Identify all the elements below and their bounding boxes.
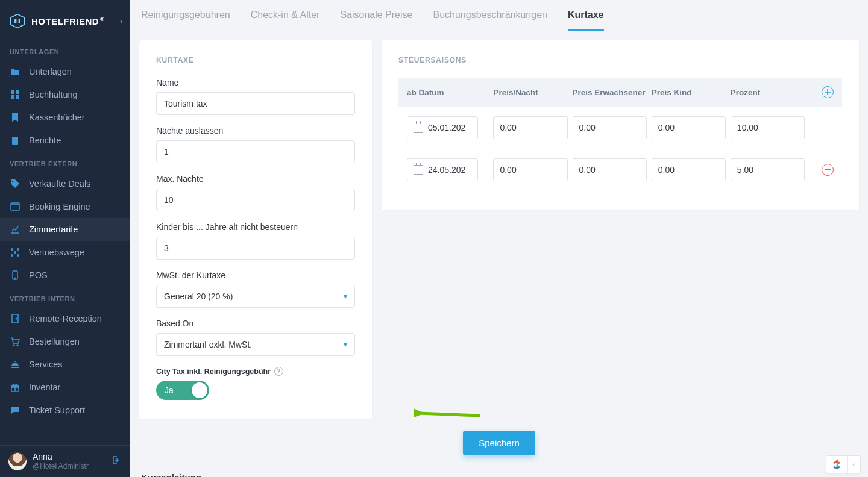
nav-section-title: UNTERLAGEN: [0, 40, 130, 60]
table-header-row: ab Datum Preis/Nacht Preis Erwachsener P…: [398, 78, 842, 107]
main-region: ReinigungsgebührenCheck-in & AlterSaison…: [130, 0, 868, 477]
sidebar-collapse-icon[interactable]: ‹‹: [120, 16, 121, 26]
sidebar-item-label: Kassenbücher: [29, 113, 85, 122]
sidebar-item-services[interactable]: Services: [0, 353, 130, 376]
input-percent[interactable]: [731, 158, 805, 181]
clipboard-icon: [10, 135, 20, 146]
sidebar-item-buchhaltung[interactable]: Buchhaltung: [0, 83, 130, 106]
svg-rect-2: [16, 90, 19, 94]
col-percent: Prozent: [731, 88, 805, 97]
svg-point-18: [13, 344, 14, 346]
table-row: 24.05.202: [398, 149, 842, 191]
widget-logo-icon: [826, 456, 847, 473]
sidebar-item-label: Services: [29, 360, 63, 369]
svg-marker-0: [11, 14, 25, 28]
help-icon[interactable]: ?: [274, 367, 283, 376]
widget-collapse-icon[interactable]: ‹: [847, 456, 860, 473]
svg-rect-4: [16, 95, 19, 99]
tab-reinigung[interactable]: Reinigungsgebühren: [141, 10, 230, 31]
browser-icon: [10, 201, 20, 212]
input-price-child[interactable]: [652, 116, 726, 139]
sidebar-item-remote-reception[interactable]: Remote-Reception: [0, 307, 130, 330]
sidebar-item-label: Ticket Support: [29, 405, 85, 415]
label-max-nights: Max. Nächte: [156, 174, 355, 184]
svg-point-10: [17, 248, 19, 251]
remove-row-icon[interactable]: [822, 164, 834, 176]
col-price-child: Preis Kind: [652, 88, 726, 97]
label-vat: MwSt. der Kurtaxe: [156, 270, 355, 280]
chat-icon: [10, 405, 20, 416]
user-block: Anna @Hotel Administr: [0, 445, 130, 478]
corner-widget: ‹: [826, 455, 861, 473]
sidebar-item-unterlagen[interactable]: Unterlagen: [0, 60, 130, 83]
input-price-adult[interactable]: [573, 116, 647, 139]
svg-point-19: [17, 344, 18, 346]
svg-rect-3: [11, 95, 14, 99]
tab-saison[interactable]: Saisonale Preise: [340, 10, 412, 31]
brand-logo-icon: [10, 13, 25, 29]
svg-rect-1: [11, 90, 14, 94]
col-date: ab Datum: [407, 88, 488, 97]
toggle-cleaning-fee[interactable]: Ja: [156, 381, 209, 400]
sidebar-item-zimmertarife[interactable]: Zimmertarife: [0, 218, 130, 241]
input-date[interactable]: 24.05.202: [407, 158, 478, 181]
sidebar-item-booking-engine[interactable]: Booking Engine: [0, 195, 130, 218]
toggle-knob: [192, 382, 207, 398]
nav-section-title: VERTRIEB INTERN: [0, 287, 130, 307]
input-price-child[interactable]: [652, 158, 726, 181]
input-max-nights[interactable]: [156, 189, 355, 211]
label-cleaning-fee: City Tax inkl. Reinigungsgebühr ?: [156, 367, 355, 376]
input-price-night[interactable]: [493, 158, 567, 181]
nodes-icon: [10, 247, 20, 258]
svg-point-15: [14, 278, 16, 279]
select-vat[interactable]: General 20 (20 %) ▾: [156, 285, 355, 308]
input-price-adult[interactable]: [573, 158, 647, 181]
sidebar-item-label: POS: [29, 270, 48, 280]
calendar-icon: [414, 123, 423, 132]
input-price-night[interactable]: [493, 116, 567, 139]
input-date[interactable]: 05.01.202: [407, 116, 478, 139]
input-skip-nights[interactable]: [156, 140, 355, 163]
select-based-on[interactable]: Zimmertarif exkl. MwSt. ▾: [156, 333, 355, 356]
label-skip-nights: Nächte auslassen: [156, 126, 355, 136]
logout-icon[interactable]: [112, 455, 122, 467]
card-title-seasons: STEUERSAISONS: [398, 56, 842, 64]
sidebar-item-bestellungen[interactable]: Bestellungen: [0, 330, 130, 353]
col-price-night: Preis/Nacht: [493, 88, 567, 97]
sidebar-item-label: Buchhaltung: [29, 90, 78, 99]
input-child-age[interactable]: [156, 237, 355, 260]
sidebar-item-verkaufte-deals[interactable]: Verkaufte Deals: [0, 172, 130, 195]
svg-point-11: [11, 254, 13, 257]
sidebar-item-pos[interactable]: POS: [0, 264, 130, 287]
grid-icon: [10, 89, 20, 100]
tax-seasons-card: STEUERSAISONS ab Datum Preis/Nacht Preis…: [381, 40, 860, 211]
bookmark-icon: [10, 112, 20, 123]
avatar: [8, 452, 27, 470]
svg-point-13: [14, 251, 16, 254]
tab-kurtaxe[interactable]: Kurtaxe: [568, 10, 604, 31]
sidebar-item-kassenbuecher[interactable]: Kassenbücher: [0, 106, 130, 129]
label-child-age: Kinder bis ... Jahre alt nicht besteuern: [156, 222, 355, 232]
sidebar-item-inventar[interactable]: Inventar: [0, 376, 130, 399]
tab-buchung[interactable]: Buchungsbeschränkungen: [433, 10, 547, 31]
add-row-icon[interactable]: [822, 86, 834, 98]
sidebar-item-label: Berichte: [29, 136, 61, 145]
chevron-down-icon: ▾: [344, 340, 347, 349]
card-title-kurtaxe: KURTAXE: [156, 56, 355, 64]
sidebar-item-label: Zimmertarife: [29, 225, 78, 234]
sidebar-item-vertriebswege[interactable]: Vertriebswege: [0, 241, 130, 264]
tab-checkin[interactable]: Check-in & Alter: [251, 10, 320, 31]
sidebar-item-berichte[interactable]: Berichte: [0, 129, 130, 152]
svg-rect-6: [13, 136, 17, 137]
svg-point-20: [14, 361, 16, 362]
tabs-bar: ReinigungsgebührenCheck-in & AlterSaison…: [130, 0, 868, 31]
sidebar-item-ticket-support[interactable]: Ticket Support: [0, 399, 130, 422]
quick-guide-heading: Kurzanleitung: [139, 470, 860, 477]
save-button[interactable]: Speichern: [463, 431, 535, 455]
sidebar-item-label: Bestellungen: [29, 337, 80, 346]
door-icon: [10, 313, 20, 324]
user-role: @Hotel Administr: [33, 462, 89, 471]
input-name[interactable]: [156, 92, 355, 115]
svg-point-9: [11, 248, 13, 251]
input-percent[interactable]: [731, 116, 805, 139]
